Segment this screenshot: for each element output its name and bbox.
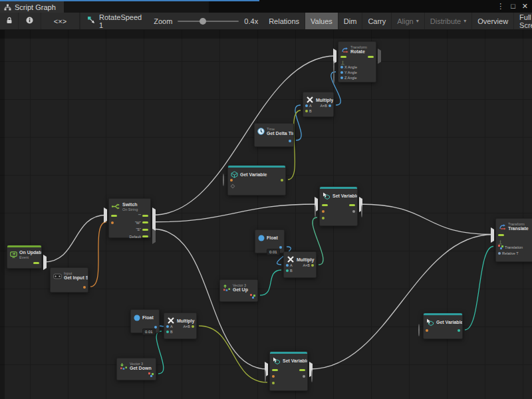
- flow-port[interactable]: [33, 262, 39, 264]
- gray-port[interactable]: [352, 210, 355, 213]
- orange-port[interactable]: [426, 329, 428, 332]
- toolbar-button-carry[interactable]: Carry: [362, 13, 392, 29]
- wire[interactable]: [153, 204, 317, 222]
- node-header: On UpdateEvent: [7, 245, 41, 261]
- node-set-variable-bottom[interactable]: Set Variable: [269, 351, 308, 391]
- blue-port[interactable]: [340, 66, 343, 68]
- green-port[interactable]: [311, 264, 314, 267]
- teal-port[interactable]: [286, 269, 289, 272]
- close-button[interactable]: ✕: [522, 3, 528, 10]
- node-float-mid[interactable]: Float0.01: [255, 229, 285, 253]
- blue-port[interactable]: [154, 326, 157, 329]
- node-multiply-mid[interactable]: MultiplyAA×BB: [283, 251, 317, 278]
- wire[interactable]: [465, 247, 493, 331]
- blue-port[interactable]: [340, 76, 343, 79]
- blue-port[interactable]: [166, 325, 169, 328]
- blue-port[interactable]: [329, 104, 331, 107]
- green-port[interactable]: [305, 110, 308, 112]
- teal-port[interactable]: [166, 331, 169, 333]
- teal-port[interactable]: [458, 329, 460, 332]
- graph-breadcrumb[interactable]: RotateSpeed 1: [80, 13, 148, 29]
- node-get-down[interactable]: Vector 3Get Down: [116, 358, 156, 380]
- lock-button[interactable]: [0, 13, 19, 29]
- node-switch[interactable]: SwitchOn String"""W""S"Default: [108, 198, 151, 238]
- flow-port[interactable]: [142, 229, 148, 231]
- graph-canvas[interactable]: TransformRotateX AngleY AngleZ AngleMult…: [0, 30, 532, 399]
- vector3-port[interactable]: [148, 372, 154, 377]
- port-row: [270, 366, 307, 373]
- node-header: Vector 3Get Up: [220, 280, 257, 294]
- green-port[interactable]: [192, 325, 194, 328]
- flow-port[interactable]: [142, 215, 148, 217]
- zoom-slider-handle[interactable]: [200, 18, 206, 25]
- port-label: A: [309, 104, 312, 108]
- node-rotate[interactable]: TransformRotateX AngleY AngleZ Angle: [338, 41, 376, 82]
- slate-port[interactable]: [498, 252, 501, 255]
- blue-port[interactable]: [340, 71, 343, 74]
- orange-port[interactable]: [272, 375, 275, 378]
- node-float-bottom[interactable]: Float0.01: [130, 309, 160, 333]
- vector3-port[interactable]: [498, 245, 503, 249]
- wire[interactable]: [260, 270, 281, 295]
- toolbar-button-align[interactable]: Align▾: [392, 13, 424, 29]
- blue-port[interactable]: [305, 104, 308, 107]
- tab-bar-spacer: [64, 1, 209, 13]
- orange-port[interactable]: [111, 221, 114, 224]
- node-color-strip: [424, 313, 462, 315]
- node-get-input-string[interactable]: InputGet Input Strin: [50, 267, 88, 293]
- node-get-up[interactable]: Vector 3Get Up: [219, 279, 258, 302]
- port-row: [220, 293, 257, 299]
- flow-port[interactable]: [368, 56, 374, 58]
- flow-port[interactable]: [349, 204, 355, 206]
- code-preview-button[interactable]: <×>: [41, 13, 80, 29]
- node-multiply-bottom[interactable]: MultiplyAA×BB: [164, 313, 197, 339]
- green-port[interactable]: [272, 382, 275, 384]
- blue-port[interactable]: [279, 246, 282, 249]
- port-row: [320, 201, 357, 208]
- port-label: "S": [136, 227, 141, 231]
- toolbar-button-values[interactable]: Values: [305, 13, 338, 29]
- node-on-update[interactable]: On UpdateEvent: [7, 245, 42, 269]
- flow-port[interactable]: [142, 221, 148, 223]
- info-button[interactable]: [19, 13, 41, 29]
- window-menu-button[interactable]: ⋮: [497, 3, 504, 10]
- node-title: Multiply: [297, 257, 314, 263]
- flow-port[interactable]: [272, 369, 278, 371]
- node-get-delta-time[interactable]: TimeGet Delta Time: [254, 123, 294, 147]
- wire[interactable]: [44, 215, 106, 262]
- flow-port[interactable]: [111, 215, 117, 217]
- port-label: A: [170, 325, 173, 329]
- wire[interactable]: [310, 235, 493, 370]
- zoom-slider[interactable]: [178, 21, 239, 22]
- toolbar-right-group: RelationsValuesDimCarryAlign▾Distribute▾…: [263, 13, 532, 29]
- toolbar-button-overview[interactable]: Overview: [472, 13, 514, 29]
- wire[interactable]: [90, 222, 106, 287]
- wire[interactable]: [199, 326, 267, 382]
- toolbar-button-full-screen[interactable]: Full Screen: [514, 13, 532, 29]
- flow-port[interactable]: [299, 369, 305, 371]
- node-set-variable-mid[interactable]: Set Variable: [319, 186, 358, 226]
- blue-port[interactable]: [286, 264, 289, 267]
- zoom-value: 0.4x: [244, 17, 258, 25]
- node-translate[interactable]: TransformTranslateTranslationRelative T: [495, 218, 532, 262]
- blue-port[interactable]: [289, 140, 291, 142]
- orange-port[interactable]: [83, 286, 86, 289]
- green-port[interactable]: [281, 179, 283, 182]
- orange-port[interactable]: [322, 210, 325, 213]
- green-port[interactable]: [322, 217, 325, 219]
- node-get-variable-center[interactable]: Get Variable: [227, 165, 286, 196]
- toolbar-button-distribute[interactable]: Distribute▾: [425, 13, 472, 29]
- wire[interactable]: [156, 331, 164, 374]
- tab-script-graph[interactable]: Script Graph: [0, 1, 64, 13]
- maximize-button[interactable]: □: [511, 3, 515, 10]
- flow-port[interactable]: [142, 235, 148, 237]
- node-multiply-top[interactable]: MultiplyAA×BB: [303, 92, 334, 117]
- flow-port[interactable]: [322, 204, 328, 206]
- toolbar-button-dim[interactable]: Dim: [338, 13, 363, 29]
- gray-port[interactable]: [303, 375, 305, 378]
- vector3-port[interactable]: [250, 294, 255, 299]
- node-get-variable-br[interactable]: Get Variable: [423, 313, 463, 339]
- toolbar-button-relations[interactable]: Relations: [263, 13, 305, 29]
- wire[interactable]: [360, 204, 493, 235]
- node-title: Get Down: [130, 366, 152, 371]
